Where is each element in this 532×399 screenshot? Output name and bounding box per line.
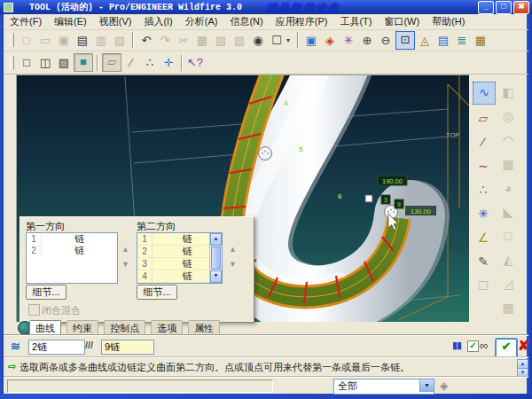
menu-edit[interactable]: 编辑(E) xyxy=(48,14,93,29)
layers-icon[interactable]: ≣ xyxy=(453,32,471,49)
paste-icon[interactable]: ▧ xyxy=(212,32,230,49)
print-setup-icon[interactable]: ▥ xyxy=(92,32,110,49)
menu-tools[interactable]: 工具(T) xyxy=(333,14,378,29)
refit-icon[interactable]: ⊡ xyxy=(395,31,415,50)
blend-tool-icon[interactable]: ▦ xyxy=(497,153,519,175)
menu-insert[interactable]: 插入(I) xyxy=(137,14,178,29)
first-details-button[interactable]: 细节... xyxy=(26,285,66,300)
pause-icon[interactable]: ▮▮ xyxy=(452,340,461,351)
cut-icon[interactable]: ✂ xyxy=(175,32,192,49)
list-scrollbar[interactable]: ▲ ▼ xyxy=(209,233,222,283)
toolbar-grip[interactable] xyxy=(10,33,14,47)
drag-handle[interactable] xyxy=(259,147,272,160)
menu-view[interactable]: 视图(V) xyxy=(93,14,138,29)
spin-center-icon[interactable]: ✳ xyxy=(340,32,357,49)
context-help-icon[interactable]: ↖? xyxy=(186,54,204,71)
select-box-caret-icon[interactable]: ▾ xyxy=(286,36,293,44)
reorient-view-icon[interactable]: ◬ xyxy=(416,32,434,49)
datum-point-tool-icon[interactable]: ∴ xyxy=(473,179,494,200)
combo-arrow-icon[interactable]: ▼ xyxy=(419,379,434,392)
datum-plane-tool-icon[interactable]: ▱ xyxy=(473,107,494,129)
repaint-icon[interactable]: ▣ xyxy=(302,32,320,49)
first-direction-list[interactable]: 1 链 2 链 xyxy=(26,232,118,284)
minimize-button[interactable]: _ xyxy=(478,1,494,14)
sketch-tool-icon[interactable]: ✎ xyxy=(473,251,494,272)
selection-filter-combo[interactable]: 全部 ▼ xyxy=(333,379,434,395)
no-hidden-icon[interactable]: ▨ xyxy=(55,54,73,71)
datum-planes-toggle-icon[interactable]: ▱ xyxy=(102,53,121,72)
maximize-button[interactable]: □ xyxy=(496,1,512,14)
draft-tool-icon[interactable]: ◿ xyxy=(497,273,519,294)
rib-tool-icon[interactable]: ◭ xyxy=(497,249,519,270)
ok-button[interactable]: ✔ xyxy=(495,338,518,358)
shaded-icon[interactable]: ■ xyxy=(74,53,93,72)
second-direction-field[interactable] xyxy=(101,340,154,355)
toolbar-grip[interactable] xyxy=(10,56,14,70)
datum-axes-toggle-icon[interactable]: ∕ xyxy=(122,54,140,71)
zoom-out-icon[interactable]: ⊖ xyxy=(377,32,395,49)
view-manager-icon[interactable]: ▦ xyxy=(472,32,489,49)
move-up-arrow-icon[interactable]: ▲ xyxy=(227,244,239,255)
preview-checkbox[interactable]: ✓ xyxy=(467,340,479,352)
scroll-thumb[interactable] xyxy=(211,246,221,270)
menu-analysis[interactable]: 分析(A) xyxy=(179,14,224,29)
move-up-arrow-icon[interactable]: ▲ xyxy=(120,244,131,255)
send-email-icon[interactable]: ▧ xyxy=(111,32,129,49)
save-file-icon[interactable]: ▣ xyxy=(55,32,73,49)
scroll-down-icon[interactable]: ▼ xyxy=(210,270,222,283)
tab-constraints[interactable]: 约束 xyxy=(66,320,98,336)
square-handle[interactable] xyxy=(365,195,372,202)
chamfer-tool-icon[interactable]: ◣ xyxy=(497,201,519,223)
list-item[interactable]: 5链 xyxy=(137,283,222,284)
move-down-arrow-icon[interactable]: ▼ xyxy=(120,259,131,270)
datum-points-toggle-icon[interactable]: ∴ xyxy=(141,54,159,71)
boundary-blend-tool-icon[interactable]: ∿ xyxy=(473,82,496,105)
open-file-icon[interactable]: ▭ xyxy=(36,32,54,49)
close-button[interactable]: ✖ xyxy=(513,1,529,14)
list-item[interactable]: 2 链 xyxy=(27,245,117,256)
revolve-tool-icon[interactable]: ◎ xyxy=(497,106,519,127)
copy-icon[interactable]: ▦ xyxy=(193,32,211,49)
extrude-tool-icon[interactable]: ◧ xyxy=(497,82,519,103)
menu-help[interactable]: 帮助(H) xyxy=(426,14,471,29)
zoom-in-icon[interactable]: ⊕ xyxy=(358,32,376,49)
scroll-up-icon[interactable]: ▲ xyxy=(210,233,222,246)
second-details-button[interactable]: 细节... xyxy=(137,285,177,300)
menu-applications[interactable]: 应用程序(P) xyxy=(270,14,334,29)
move-down-arrow-icon[interactable]: ▼ xyxy=(227,259,239,270)
find-icon[interactable]: ◉ xyxy=(249,32,267,49)
menu-info[interactable]: 信息(N) xyxy=(223,14,269,29)
second-direction-list[interactable]: 1链 2链 3链 4链 5链 ▲ ▼ xyxy=(137,232,223,284)
redo-icon[interactable]: ↷ xyxy=(156,32,174,49)
tab-options[interactable]: 选项 xyxy=(151,320,183,336)
sweep-tool-icon[interactable]: ◠ xyxy=(497,129,519,151)
hidden-line-icon[interactable]: ◫ xyxy=(36,54,54,71)
first-direction-field[interactable] xyxy=(28,340,85,355)
tab-curves[interactable]: 曲线 xyxy=(29,320,61,336)
paste-special-icon[interactable]: ▨ xyxy=(231,32,248,49)
select-box-icon[interactable]: ☐ xyxy=(268,32,286,49)
cancel-button[interactable]: ✘ xyxy=(518,337,529,354)
tab-properties[interactable]: 属性 xyxy=(188,320,220,336)
title-bar[interactable]: TOOL (活动的) - Pro/ENGINEER Wildfire 3.0 精… xyxy=(0,0,532,14)
datum-axis-tool-icon[interactable]: ∕ xyxy=(473,131,494,153)
csys-toggle-icon[interactable]: ✛ xyxy=(160,54,177,71)
closed-blend-checkbox[interactable] xyxy=(28,304,40,316)
list-item[interactable]: 1 链 xyxy=(27,233,117,245)
tab-control-points[interactable]: 控制点 xyxy=(104,320,145,336)
shell-tool-icon[interactable]: □ xyxy=(497,225,519,246)
new-file-icon[interactable]: □ xyxy=(18,32,35,49)
saved-views-icon[interactable]: ▤ xyxy=(434,32,452,49)
menu-file[interactable]: 文件(F) xyxy=(4,14,48,29)
undo-icon[interactable]: ↶ xyxy=(137,32,155,49)
analysis-tool-icon[interactable]: ∠ xyxy=(473,227,494,248)
pattern-tool-icon[interactable]: ▩ xyxy=(497,297,519,318)
orient-mode-icon[interactable]: ◈ xyxy=(321,32,339,49)
menu-window[interactable]: 窗口(W) xyxy=(378,14,426,29)
use-edge-tool-icon[interactable]: ☐ xyxy=(473,275,494,296)
wireframe-icon[interactable]: □ xyxy=(18,54,35,71)
round-tool-icon[interactable]: ◕ xyxy=(497,177,519,199)
curve-tool-icon[interactable]: ∼ xyxy=(473,155,494,176)
coordinate-system-tool-icon[interactable]: ✳ xyxy=(473,203,494,224)
preview-glasses-icon[interactable]: ∞ xyxy=(480,339,488,352)
